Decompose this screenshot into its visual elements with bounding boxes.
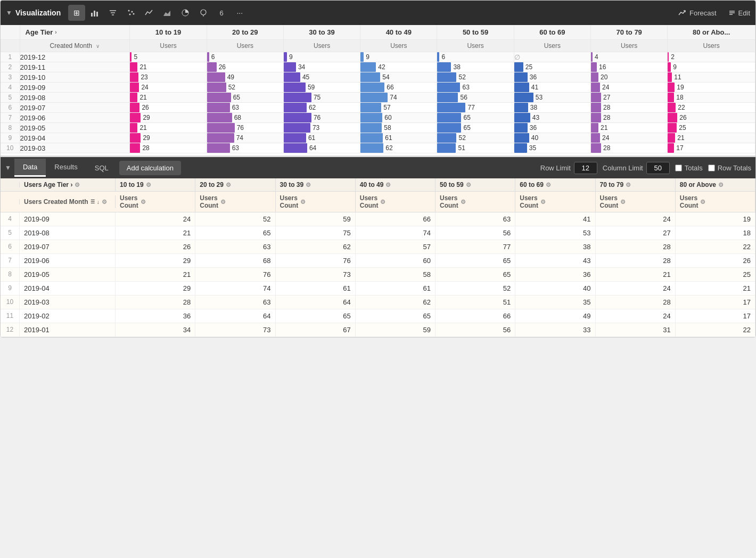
edit-button[interactable]: Edit <box>728 9 750 17</box>
col-40-49-header: 40 to 49 <box>360 25 437 40</box>
data-cell: 59 <box>283 83 360 93</box>
svg-point-9 <box>133 13 135 15</box>
row-value: 53 <box>515 226 595 240</box>
row-value: 61 <box>356 282 435 295</box>
data-cell: 74 <box>360 93 437 103</box>
users-subheader-3: Users <box>283 40 360 52</box>
count-gear-icon[interactable]: ⚙ <box>141 199 146 206</box>
area-icon[interactable] <box>159 5 176 21</box>
forecast-button[interactable]: Forecast <box>678 9 717 17</box>
data-cell: 42 <box>360 62 437 72</box>
totals-checkbox-group[interactable]: Totals <box>675 164 703 172</box>
row-limit-input[interactable] <box>574 162 597 174</box>
data-grid: Users Age Tier › ⚙ 10 to 19⚙20 to 29⚙30 … <box>1 178 755 337</box>
tier-gear-icon[interactable]: ⚙ <box>146 182 151 188</box>
data-cell: 57 <box>360 103 437 113</box>
data-cell: 19 <box>668 83 755 93</box>
row-date: 2019-05 <box>20 268 116 281</box>
data-cell: 25 <box>514 62 590 72</box>
data-cell: 9 <box>360 52 437 62</box>
tier-gear-icon[interactable]: ⚙ <box>466 182 471 188</box>
data-cell: 36 <box>514 72 590 83</box>
row-num: 5 <box>1 226 20 240</box>
more-icon[interactable]: ··· <box>231 5 248 21</box>
tab-results[interactable]: Results <box>46 159 86 177</box>
date-col-subheader[interactable]: Users Created Month ☰ ↓ ⚙ <box>20 195 116 208</box>
data-panel-toggle[interactable]: ▼ <box>5 164 11 171</box>
row-totals-checkbox-group[interactable]: Row Totals <box>708 164 751 172</box>
row-value: 25 <box>676 268 755 281</box>
count-gear-icon[interactable]: ⚙ <box>540 199 546 206</box>
count-gear-icon[interactable]: ⚙ <box>380 199 385 206</box>
pivot-header[interactable]: Users Age Tier › ⚙ <box>20 178 116 191</box>
row-limit-group: Row Limit <box>540 162 597 174</box>
svg-point-6 <box>128 10 130 12</box>
data-row: 102019-032863646251352817 <box>1 296 755 309</box>
sort-down-icon[interactable]: ∨ <box>96 43 100 49</box>
date-filter-icon[interactable]: ☰ <box>91 199 95 204</box>
tier-gear-icon[interactable]: ⚙ <box>626 182 631 188</box>
table-icon[interactable]: ⊞ <box>68 5 85 21</box>
count-gear-icon[interactable]: ⚙ <box>461 199 466 206</box>
data-row: 72019-062968766065432826 <box>1 254 755 268</box>
tier-gear-icon[interactable]: ⚙ <box>226 182 231 188</box>
row-date: 2019-02 <box>20 309 116 323</box>
tier-gear-icon[interactable]: ⚙ <box>546 182 551 188</box>
row-value: 36 <box>116 309 195 323</box>
svg-point-8 <box>129 14 131 15</box>
pivot-gear-icon[interactable]: ⚙ <box>75 182 80 188</box>
pie-icon[interactable] <box>177 5 194 21</box>
col-80plus-header: 80 or Abo... <box>668 25 755 40</box>
data-cell: 23 <box>130 72 207 83</box>
tier-gear-icon[interactable]: ⚙ <box>306 182 311 188</box>
data-cell: 38 <box>514 103 590 113</box>
map-icon[interactable] <box>195 5 212 21</box>
tier-gear-icon[interactable]: ⚙ <box>385 182 391 188</box>
visualization-table-scroll[interactable]: Age Tier › 10 to 19 20 to 29 30 to 39 40… <box>1 25 755 153</box>
scatter-icon[interactable] <box>122 5 139 21</box>
row-value: 66 <box>435 309 515 323</box>
created-month-header[interactable]: Created Month ∨ <box>20 40 130 52</box>
data-cell: 65 <box>437 113 514 123</box>
row-date: 2019-06 <box>20 254 116 267</box>
count-gear-icon[interactable]: ⚙ <box>220 199 226 206</box>
row-totals-checkbox[interactable] <box>708 165 715 171</box>
totals-checkbox[interactable] <box>675 165 682 171</box>
data-cell: 26 <box>668 113 755 123</box>
data-cell: 43 <box>514 113 590 123</box>
number-icon[interactable]: 6 <box>213 5 230 21</box>
line-icon[interactable] <box>141 5 158 21</box>
count-gear-icon[interactable]: ⚙ <box>620 199 626 206</box>
row-value: 29 <box>116 254 195 267</box>
visualization-table: Age Tier › 10 to 19 20 to 29 30 to 39 40… <box>1 25 755 153</box>
bar-chart-icon[interactable] <box>86 5 103 21</box>
data-row: 52019-082165757456532718 <box>1 226 755 240</box>
svg-rect-1 <box>94 11 95 17</box>
col-limit-input[interactable] <box>646 162 670 174</box>
row-date: 2019-09 <box>20 212 116 226</box>
users-count-subheader: UsersCount⚙ <box>116 192 195 212</box>
data-row: 42019-092452596663412419 <box>1 212 755 226</box>
count-gear-icon[interactable]: ⚙ <box>700 199 705 206</box>
date-gear-icon[interactable]: ⚙ <box>102 199 107 206</box>
tier-gear-icon[interactable]: ⚙ <box>718 182 724 188</box>
row-date: 2019-03 <box>20 296 116 309</box>
add-calculation-button[interactable]: Add calculation <box>119 161 181 175</box>
data-cell: 4 <box>591 52 668 62</box>
filter-icon[interactable] <box>104 5 121 21</box>
data-cell: 6 <box>437 52 514 62</box>
svg-point-7 <box>132 11 133 13</box>
data-cell: 24 <box>591 83 668 93</box>
date-sort-icon[interactable]: ↓ <box>97 199 100 205</box>
tab-sql[interactable]: SQL <box>86 160 117 176</box>
row-value: 24 <box>116 212 195 226</box>
age-tier-col-header: 10 to 19⚙ <box>116 178 195 191</box>
data-cell: 29 <box>130 133 207 143</box>
col-70-79-header: 70 to 79 <box>591 25 668 40</box>
count-gear-icon[interactable]: ⚙ <box>300 199 306 206</box>
row-num: 6 <box>1 240 20 253</box>
col-20-29-header: 20 to 29 <box>207 25 283 40</box>
tab-data[interactable]: Data <box>14 159 46 177</box>
panel-toggle[interactable]: ▼ <box>6 9 12 17</box>
age-tier-chevron[interactable]: › <box>55 29 56 35</box>
